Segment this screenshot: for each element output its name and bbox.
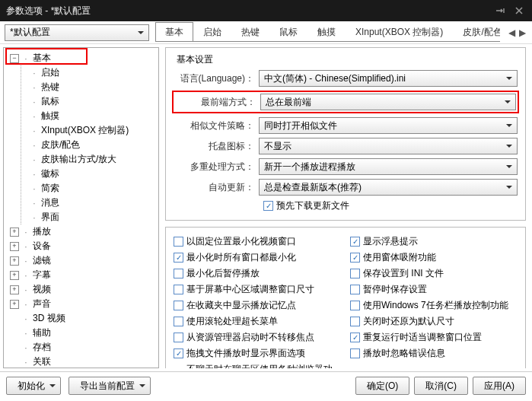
- preset-dropdown[interactable]: *默认配置: [5, 24, 149, 41]
- tree-label: 声音: [33, 298, 51, 310]
- bottom-bar: 初始化 导出当前配置 确定(O) 取消(C) 应用(A): [0, 371, 532, 399]
- label-topmost: 最前端方式：: [175, 96, 260, 109]
- highlight-annotation-field: 最前端方式：总在最前端: [172, 91, 519, 113]
- checkbox-icon: [350, 348, 360, 358]
- check-left-8[interactable]: 不聊天时在聊天区使用各种浏览器功能: [174, 363, 341, 368]
- tab-2[interactable]: 热键: [231, 22, 269, 41]
- tree-node[interactable]: ·简索: [24, 181, 158, 196]
- pin-icon[interactable]: [494, 5, 508, 16]
- checkbox-icon: [350, 333, 360, 342]
- expand-icon[interactable]: +: [10, 300, 19, 309]
- check-label: 基于屏幕中心区域调整窗口尺寸: [186, 283, 314, 296]
- check-left-7[interactable]: 拖拽文件播放时显示界面选项: [174, 347, 341, 360]
- tree-node[interactable]: ·热键: [24, 80, 158, 94]
- check-left-6[interactable]: 从资源管理器启动时不转移焦点: [174, 331, 341, 344]
- titlebar-buttons: [494, 5, 526, 16]
- tree-label: 存档: [33, 341, 51, 354]
- check-predownload[interactable]: 预先下载更新文件: [263, 199, 518, 212]
- tab-5[interactable]: XInput(XBOX 控制器): [346, 22, 453, 41]
- tree-node[interactable]: ·皮肤输出方式/放大: [24, 152, 158, 167]
- check-left-2[interactable]: 最小化后暂停播放: [174, 267, 341, 280]
- checkbox-icon: [174, 269, 183, 278]
- tree-node[interactable]: ·XInput(XBOX 控制器): [24, 123, 158, 138]
- top-row: *默认配置 基本启始热键鼠标触摸XInput(XBOX 控制器)皮肤/配色皮肤 …: [0, 21, 532, 44]
- check-left-1[interactable]: 最小化时所有窗口都最小化: [174, 251, 341, 264]
- check-right-3[interactable]: 暂停时保存设置: [350, 283, 518, 296]
- tree-label: 播放: [33, 225, 51, 238]
- tree-node[interactable]: ·辅助: [5, 326, 158, 340]
- tree-node[interactable]: ·皮肤/配色: [24, 138, 158, 152]
- tree-node[interactable]: ·消息: [24, 196, 158, 210]
- checkbox-icon: [263, 201, 273, 211]
- select-topmost[interactable]: 总在最前端: [260, 94, 516, 110]
- tab-1[interactable]: 启始: [193, 22, 231, 41]
- tree-node[interactable]: +·字幕: [5, 268, 158, 282]
- label-autoupdate: 自动更新：: [174, 181, 259, 194]
- tree-node[interactable]: +·视频: [5, 282, 158, 297]
- ok-button[interactable]: 确定(O): [355, 377, 409, 395]
- check-right-1[interactable]: 使用窗体吸附功能: [350, 251, 518, 264]
- expand-icon[interactable]: +: [10, 285, 19, 294]
- expand-icon[interactable]: +: [10, 242, 19, 251]
- check-left-3[interactable]: 基于屏幕中心区域调整窗口尺寸: [174, 283, 341, 296]
- tree-node[interactable]: ·3D 视频: [5, 311, 158, 326]
- collapse-icon[interactable]: −: [10, 54, 19, 63]
- apply-button[interactable]: 应用(A): [473, 377, 526, 395]
- check-right-6[interactable]: 重复运行时适当调整窗口位置: [350, 331, 518, 344]
- tree-node[interactable]: +·设备: [5, 239, 158, 253]
- basic-settings-group: 基本设置 语言(Language)：中文(简体) - Chinese(Simpl…: [165, 47, 526, 221]
- checkbox-icon: [174, 301, 183, 310]
- tree-node[interactable]: −·基本: [5, 51, 158, 65]
- tree-label: 3D 视频: [33, 312, 65, 325]
- tree-label: 徽标: [41, 167, 59, 180]
- tree-node[interactable]: +·播放: [5, 224, 158, 239]
- cancel-button[interactable]: 取消(C): [414, 377, 468, 395]
- label-language: 语言(Language)：: [174, 72, 259, 85]
- tree-node[interactable]: +·滤镜: [5, 253, 158, 268]
- nav-tree[interactable]: −·基本·启始·热键·鼠标·触摸·XInput(XBOX 控制器)·皮肤/配色·…: [3, 47, 159, 368]
- expand-icon[interactable]: +: [10, 271, 19, 280]
- tree-node[interactable]: ·触摸: [24, 109, 158, 123]
- window-title: 参数选项 - *默认配置: [6, 5, 91, 18]
- tab-3[interactable]: 鼠标: [269, 22, 307, 41]
- tree-label: 触摸: [41, 110, 59, 123]
- check-right-2[interactable]: 保存设置到 INI 文件: [350, 267, 518, 280]
- tree-label: XInput(XBOX 控制器): [41, 124, 129, 137]
- tab-scroll-left[interactable]: ◀: [506, 27, 517, 38]
- tree-node[interactable]: ·存档: [5, 340, 158, 355]
- tree-node[interactable]: ·启始: [24, 65, 158, 80]
- check-right-0[interactable]: 显示浮悬提示: [350, 235, 518, 248]
- init-button[interactable]: 初始化: [6, 377, 61, 395]
- select-multi[interactable]: 新开一个播放进程播放: [259, 158, 518, 175]
- close-icon[interactable]: [512, 5, 526, 16]
- check-label: 拖拽文件播放时显示界面选项: [186, 347, 305, 360]
- tree-label: 鼠标: [41, 95, 59, 108]
- check-left-4[interactable]: 在收藏夹中显示播放记忆点: [174, 299, 341, 312]
- check-left-0[interactable]: 以固定位置最小化视频窗口: [174, 235, 341, 248]
- select-similarfile[interactable]: 同时打开相似文件: [259, 117, 518, 134]
- expand-icon[interactable]: +: [10, 256, 19, 266]
- check-label: 关闭时还原为默认尺寸: [363, 315, 454, 328]
- options-checkbox-group: 以固定位置最小化视频窗口显示浮悬提示最小化时所有窗口都最小化使用窗体吸附功能最小…: [165, 227, 526, 368]
- check-right-4[interactable]: 使用Windows 7任务栏播放控制功能: [350, 299, 518, 312]
- check-label: 使用窗体吸附功能: [363, 251, 436, 264]
- check-right-5[interactable]: 关闭时还原为默认尺寸: [350, 315, 518, 328]
- check-right-7[interactable]: 播放时忽略错误信息: [350, 347, 518, 360]
- check-left-5[interactable]: 使用滚轮处理超长菜单: [174, 315, 341, 328]
- tree-label: 滤镜: [33, 254, 51, 267]
- export-button[interactable]: 导出当前配置: [68, 377, 151, 395]
- expand-icon[interactable]: +: [10, 228, 19, 237]
- select-language[interactable]: 中文(简体) - Chinese(Simplified).ini: [259, 70, 518, 87]
- tab-4[interactable]: 触摸: [307, 22, 346, 41]
- tree-node[interactable]: ·关联: [5, 355, 158, 368]
- select-autoupdate[interactable]: 总是检查最新版本(推荐): [259, 179, 518, 196]
- tab-6[interactable]: 皮肤/配色: [453, 22, 500, 41]
- select-trayicon[interactable]: 不显示: [259, 138, 518, 154]
- tree-label: 设备: [33, 240, 51, 253]
- tree-node[interactable]: +·声音: [5, 297, 158, 311]
- tree-node[interactable]: ·界面: [24, 210, 158, 224]
- tab-scroll-right[interactable]: ▶: [517, 27, 527, 38]
- tab-0[interactable]: 基本: [155, 22, 193, 42]
- tree-node[interactable]: ·徽标: [24, 167, 158, 181]
- tree-node[interactable]: ·鼠标: [24, 94, 158, 109]
